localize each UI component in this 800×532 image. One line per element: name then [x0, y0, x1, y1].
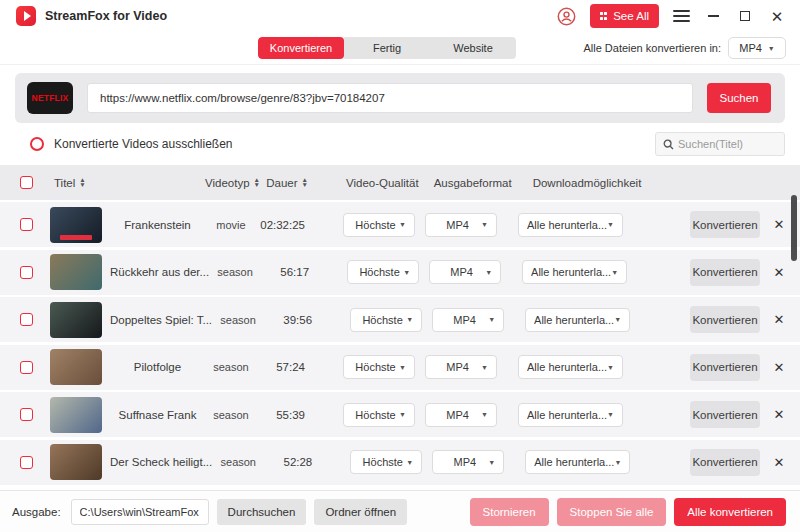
remove-row-icon[interactable]: ✕ [772, 217, 786, 232]
chevron-down-icon: ▼ [406, 316, 413, 323]
quality-select[interactable]: Höchste ▼ [343, 355, 415, 379]
header-videotyp[interactable]: Videotyp ▲▼ [205, 177, 260, 189]
download-option-select[interactable]: Alle herunterla... ▼ [522, 260, 627, 284]
video-title: Frankenstein [110, 219, 205, 231]
row-checkbox[interactable] [20, 456, 33, 469]
format-select[interactable]: MP4 ▼ [425, 213, 497, 237]
video-thumbnail [50, 444, 102, 480]
row-checkbox[interactable] [20, 361, 33, 374]
convert-button[interactable]: Konvertieren [690, 211, 760, 238]
output-label: Ausgabe: [12, 506, 61, 518]
quality-select[interactable]: Höchste ▼ [343, 213, 415, 237]
format-select[interactable]: MP4 ▼ [425, 355, 497, 379]
tab-group: Konvertieren Fertig Website [258, 37, 516, 59]
video-duration: 39:56 [264, 314, 312, 326]
table-row: Rückkehr aus der... season 56:17 Höchste… [0, 250, 800, 295]
convert-button[interactable]: Konvertieren [690, 306, 760, 333]
quality-select[interactable]: Höchste ▼ [343, 403, 415, 427]
cancel-button[interactable]: Stornieren [470, 498, 549, 526]
tab-website[interactable]: Website [430, 37, 516, 59]
tab-fertig[interactable]: Fertig [344, 37, 430, 59]
video-thumbnail [50, 254, 102, 290]
table-row: Suffnase Frank season 55:39 Höchste ▼ MP… [0, 392, 800, 437]
close-button[interactable]: ✕ [768, 7, 786, 25]
quality-select[interactable]: Höchste ▼ [347, 260, 419, 284]
row-checkbox[interactable] [20, 408, 33, 421]
row-checkbox[interactable] [20, 218, 33, 231]
remove-row-icon[interactable]: ✕ [772, 407, 786, 422]
title-search-input[interactable] [678, 138, 777, 150]
header-titel[interactable]: Titel ▲▼ [50, 177, 205, 189]
title-search-box[interactable] [655, 132, 785, 156]
global-format-select[interactable]: MP4 ▼ [728, 37, 786, 59]
open-folder-button[interactable]: Ordner öffnen [314, 499, 407, 525]
table-row: Der Scheck heiligt... season 52:28 Höchs… [0, 440, 800, 485]
video-rows: Frankenstein movie 02:32:25 Höchste ▼ MP… [0, 200, 800, 490]
format-select[interactable]: MP4 ▼ [425, 403, 497, 427]
app-logo-icon [16, 6, 36, 26]
format-select[interactable]: MP4 ▼ [432, 308, 504, 332]
remove-row-icon[interactable]: ✕ [772, 312, 786, 327]
table-header: Titel ▲▼ Videotyp ▲▼ Dauer ▲▼ Video-Qual… [0, 165, 800, 200]
grid-icon [600, 12, 608, 20]
chevron-down-icon: ▼ [399, 364, 406, 371]
convert-button[interactable]: Konvertieren [690, 354, 760, 381]
quality-select[interactable]: Höchste ▼ [350, 308, 422, 332]
header-dauer[interactable]: Dauer ▲▼ [260, 177, 308, 189]
sort-icon: ▲▼ [302, 178, 308, 187]
url-search-button[interactable]: Suchen [707, 83, 771, 113]
video-thumbnail [50, 397, 102, 433]
menu-icon[interactable] [673, 10, 690, 22]
convert-button[interactable]: Konvertieren [690, 259, 760, 286]
video-type: season [205, 361, 257, 373]
remove-row-icon[interactable]: ✕ [772, 360, 786, 375]
table-row: Doppeltes Spiel: T... season 39:56 Höchs… [0, 297, 800, 342]
browse-button[interactable]: Durchsuchen [217, 499, 307, 525]
remove-row-icon[interactable]: ✕ [772, 455, 786, 470]
chevron-down-icon: ▼ [481, 411, 488, 418]
video-thumbnail [50, 302, 102, 338]
chevron-down-icon: ▼ [406, 459, 413, 466]
video-type: movie [205, 219, 257, 231]
row-checkbox[interactable] [20, 313, 33, 326]
tab-konvertieren[interactable]: Konvertieren [258, 37, 344, 59]
chevron-down-icon: ▼ [481, 221, 488, 228]
see-all-button[interactable]: See All [590, 4, 659, 28]
video-title: Der Scheck heiligt... [110, 456, 212, 468]
thumbnail-badge [60, 235, 92, 240]
row-checkbox[interactable] [20, 266, 33, 279]
remove-row-icon[interactable]: ✕ [772, 265, 786, 280]
account-icon[interactable] [557, 7, 576, 26]
download-option-select[interactable]: Alle herunterla... ▼ [518, 355, 623, 379]
download-option-select[interactable]: Alle herunterla... ▼ [518, 213, 623, 237]
sort-icon: ▲▼ [79, 178, 85, 187]
video-type: season [212, 314, 264, 326]
download-option-select[interactable]: Alle herunterla... ▼ [525, 308, 630, 332]
chevron-down-icon: ▼ [768, 45, 775, 52]
format-select[interactable]: MP4 ▼ [429, 260, 501, 284]
app-window: StreamFox for Video See All ✕ Konvertier… [0, 0, 800, 532]
select-all-checkbox[interactable] [20, 176, 33, 189]
quality-select[interactable]: Höchste ▼ [350, 450, 422, 474]
download-option-select[interactable]: Alle herunterla... ▼ [525, 450, 630, 474]
convert-all-button[interactable]: Alle konvertieren [674, 498, 786, 526]
video-title: Suffnase Frank [110, 409, 205, 421]
video-duration: 55:39 [257, 409, 305, 421]
titlebar: StreamFox for Video See All ✕ [0, 0, 800, 32]
chevron-down-icon: ▼ [485, 269, 492, 276]
download-option-select[interactable]: Alle herunterla... ▼ [518, 403, 623, 427]
minimize-button[interactable] [704, 7, 722, 25]
convert-button[interactable]: Konvertieren [690, 449, 760, 476]
stop-all-button[interactable]: Stoppen Sie alle [557, 498, 667, 526]
format-select[interactable]: MP4 ▼ [432, 450, 504, 474]
exclude-converted-label: Konvertierte Videos ausschließen [54, 137, 233, 151]
maximize-button[interactable] [736, 7, 754, 25]
scrollbar-thumb[interactable] [791, 195, 797, 261]
convert-button[interactable]: Konvertieren [690, 401, 760, 428]
output-path-input[interactable] [71, 499, 209, 525]
app-title: StreamFox for Video [45, 9, 167, 23]
exclude-converted-radio[interactable] [30, 137, 44, 151]
video-title: Pilotfolge [110, 361, 205, 373]
url-input[interactable] [87, 83, 693, 113]
chevron-down-icon: ▼ [611, 269, 618, 276]
